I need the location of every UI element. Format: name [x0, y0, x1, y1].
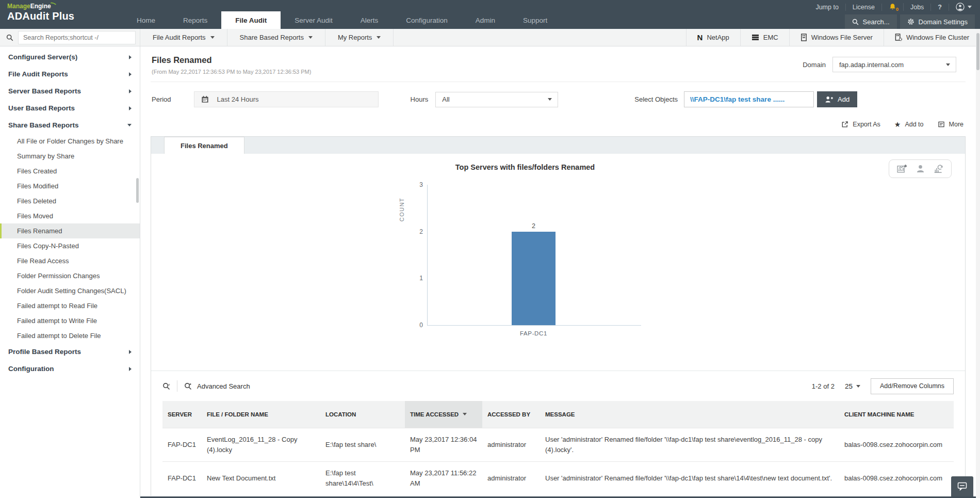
y-tick: 3: [419, 181, 423, 188]
chevron-down-icon: [856, 385, 860, 388]
platform-netapp[interactable]: NNetApp: [686, 29, 740, 46]
global-search-button[interactable]: Search...: [845, 14, 897, 29]
sidebar-scrollbar[interactable]: [136, 178, 139, 203]
sidebar-item-folder-permission-changes[interactable]: Folder Permission Changes: [0, 268, 140, 283]
col-header-accessed-by[interactable]: ACCESSED BY: [482, 401, 540, 428]
nav-support[interactable]: Support: [509, 11, 561, 29]
col-header-file-folder-name[interactable]: FILE / FOLDER NAME: [202, 401, 320, 428]
license-link[interactable]: License: [846, 4, 882, 11]
nav-home[interactable]: Home: [123, 11, 169, 29]
export-icon: [841, 121, 848, 128]
jump-to-link[interactable]: Jump to: [809, 4, 845, 11]
report-search-input[interactable]: [18, 31, 136, 44]
sidebar-item-files-renamed[interactable]: Files Renamed: [0, 223, 140, 238]
sort-desc-icon: [463, 413, 467, 415]
col-header-time-accessed[interactable]: TIME ACCESSED: [405, 401, 482, 428]
nav-admin[interactable]: Admin: [462, 11, 509, 29]
select-objects-field[interactable]: \\FAP-DC1\fap test share ......: [684, 91, 814, 107]
sidebar-item-files-deleted[interactable]: Files Deleted: [0, 194, 140, 208]
page-scrollbar[interactable]: [976, 29, 980, 498]
export-as-button[interactable]: Export As: [841, 121, 880, 128]
sidebar-item-files-created[interactable]: Files Created: [0, 164, 140, 179]
col-header-client-machine-name[interactable]: CLIENT MACHINE NAME: [839, 401, 954, 428]
menu-my-reports[interactable]: My Reports: [325, 29, 394, 46]
sidebar-section-profile-based-reports[interactable]: Profile Based Reports: [0, 343, 140, 360]
hours-select[interactable]: All: [435, 92, 558, 107]
menu-share-based-reports[interactable]: Share Based Reports: [227, 29, 325, 46]
add-button[interactable]: Add: [817, 91, 857, 107]
help-button[interactable]: ?: [931, 4, 949, 11]
avatar-icon: [956, 3, 965, 11]
tab-strip: Files Renamed: [151, 137, 965, 154]
sidebar-item-failed-attempt-delete[interactable]: Failed attempt to Delete File: [0, 328, 140, 343]
cell-time-accessed: May 23,2017 12:36:04 PM: [405, 428, 482, 461]
sidebar-item-failed-attempt-write[interactable]: Failed attempt to Write File: [0, 313, 140, 328]
menu-file-audit-reports[interactable]: File Audit Reports: [140, 29, 227, 46]
nav-file-audit[interactable]: File Audit: [221, 11, 281, 29]
table-search-icon[interactable]: [162, 382, 170, 390]
cell-client-machine: balas-0098.csez.zohocorpin.com: [839, 461, 954, 495]
sidebar-item-files-modified[interactable]: Files Modified: [0, 179, 140, 194]
chevron-down-icon: [968, 6, 972, 8]
bar-fap-dc1[interactable]: [512, 232, 556, 325]
platform-windows-file-server[interactable]: Windows File Server: [789, 29, 884, 46]
feedback-chat-button[interactable]: [951, 476, 973, 496]
sidebar-item-files-moved[interactable]: Files Moved: [0, 208, 140, 223]
domain-settings-button[interactable]: Domain Settings: [900, 14, 975, 29]
domain-label: Domain: [803, 61, 826, 69]
cell-message: User 'administrator' Renamed file/folder…: [540, 461, 839, 495]
advanced-search-button[interactable]: Advanced Search: [184, 382, 250, 390]
sidebar-item-summary-by-share[interactable]: Summary by Share: [0, 149, 140, 164]
period-label: Period: [152, 95, 171, 103]
chevron-right-icon: [129, 106, 132, 110]
more-button[interactable]: More: [938, 121, 963, 128]
jobs-link[interactable]: Jobs: [904, 4, 931, 11]
manageengine-logo[interactable]: ManageEngine ADAudit Plus: [0, 0, 123, 29]
x-tick-label: FAP-DC1: [512, 330, 556, 336]
nav-alerts[interactable]: Alerts: [347, 11, 393, 29]
main-nav: Home Reports File Audit Server Audit Ale…: [123, 11, 561, 29]
nav-reports[interactable]: Reports: [169, 11, 221, 29]
nav-server-audit[interactable]: Server Audit: [281, 11, 347, 29]
sidebar-section-server-based-reports[interactable]: Server Based Reports: [0, 83, 140, 100]
domain-select[interactable]: fap.adap.internal.com: [832, 57, 956, 72]
user-chart-icon[interactable]: [916, 164, 925, 173]
app-window: ManageEngine ADAudit Plus Home Reports F…: [0, 0, 980, 498]
user-avatar[interactable]: [949, 3, 975, 11]
period-field[interactable]: Last 24 Hours: [194, 91, 379, 107]
app-header: ManageEngine ADAudit Plus Home Reports F…: [0, 0, 980, 29]
report-date-range: (From May 22,2017 12:36:53 PM to May 23,…: [152, 69, 311, 75]
scrollbar-thumb[interactable]: [976, 33, 979, 70]
refresh-chart-icon[interactable]: [934, 164, 943, 173]
sidebar-section-configuration[interactable]: Configuration: [0, 360, 140, 377]
page-size-select[interactable]: 25: [845, 382, 860, 390]
notification-bell-icon[interactable]: 0: [882, 3, 904, 11]
sidebar-item-files-copy-n-pasted[interactable]: Files Copy-N-Pasted: [0, 238, 140, 253]
sidebar-item-all-file-or-folder-changes[interactable]: All File or Folder Changes by Share: [0, 134, 140, 149]
platform-emc[interactable]: EMC: [740, 29, 789, 46]
chevron-right-icon: [129, 72, 132, 76]
tab-files-renamed[interactable]: Files Renamed: [164, 137, 244, 154]
sidebar-item-failed-attempt-read[interactable]: Failed attempt to Read File: [0, 298, 140, 313]
col-header-server[interactable]: SERVER: [162, 401, 202, 428]
sidebar-section-share-based-reports[interactable]: Share Based Reports: [0, 117, 140, 134]
cell-client-machine: balas-0098.csez.zohocorpin.com: [839, 428, 954, 461]
chevron-down-icon: [548, 98, 552, 101]
chevron-down-icon: [946, 63, 950, 66]
sidebar-section-file-audit-reports[interactable]: File Audit Reports: [0, 66, 140, 83]
col-header-location[interactable]: LOCATION: [320, 401, 405, 428]
cell-message: User 'administrator' Renamed file/folder…: [540, 428, 839, 461]
chevron-right-icon: [129, 350, 132, 354]
nav-configuration[interactable]: Configuration: [392, 11, 461, 29]
platform-windows-file-cluster[interactable]: Windows File Cluster: [884, 29, 980, 46]
sidebar-item-file-read-access[interactable]: File Read Access: [0, 253, 140, 268]
y-tick: 0: [419, 322, 423, 329]
col-header-message[interactable]: MESSAGE: [540, 401, 839, 428]
sidebar-section-configured-servers[interactable]: Configured Server(s): [0, 49, 140, 66]
sidebar-section-user-based-reports[interactable]: User Based Reports: [0, 100, 140, 117]
sidebar-item-folder-audit-setting-changes[interactable]: Folder Audit Setting Changes(SACL): [0, 283, 140, 298]
add-remove-columns-button[interactable]: Add/Remove Columns: [871, 378, 954, 394]
add-chart-icon[interactable]: [897, 164, 907, 173]
chevron-right-icon: [129, 89, 132, 93]
add-to-button[interactable]: Add to: [894, 121, 924, 128]
